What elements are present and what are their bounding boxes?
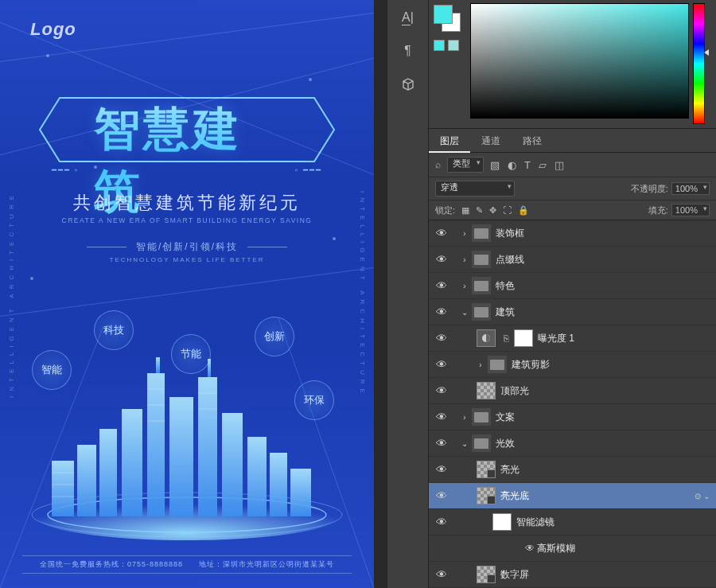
visibility-toggle[interactable]: 👁 bbox=[432, 384, 451, 397]
hue-indicator[interactable] bbox=[704, 49, 709, 56]
fill-input[interactable]: 100% bbox=[671, 204, 710, 216]
layer-row[interactable]: 👁›建筑剪影 bbox=[429, 352, 716, 378]
layer-name[interactable]: 亮光 bbox=[500, 463, 519, 477]
layer-name[interactable]: 装饰框 bbox=[496, 227, 524, 240]
smart-object-thumb[interactable] bbox=[477, 487, 496, 504]
filter-adjust-icon[interactable]: ◐ bbox=[508, 159, 516, 171]
poster-city-artwork bbox=[20, 333, 354, 540]
layer-name[interactable]: 建筑 bbox=[496, 306, 515, 319]
visibility-toggle[interactable]: 👁 bbox=[432, 489, 451, 502]
layer-name[interactable]: 高斯模糊 bbox=[537, 542, 575, 555]
poster-document[interactable]: Logo 智慧建筑 ━━━ ▫▫ ━━━ 共创智慧建筑节能新纪元 CREATE … bbox=[0, 0, 374, 588]
layer-row[interactable]: 👁⌄建筑 bbox=[429, 299, 716, 325]
tab-channels[interactable]: 通道 bbox=[470, 129, 512, 152]
layer-row[interactable]: 👁顶部光 bbox=[429, 378, 716, 404]
layer-row[interactable]: 👁智能滤镜 bbox=[429, 509, 716, 535]
visibility-toggle[interactable]: 👁 bbox=[432, 332, 451, 345]
visibility-toggle[interactable]: 👁 bbox=[432, 411, 451, 423]
opacity-input[interactable]: 100% bbox=[671, 182, 710, 195]
lock-position-icon[interactable]: ✥ bbox=[489, 205, 496, 216]
twisty-icon[interactable]: › bbox=[459, 255, 470, 264]
lock-transparency-icon[interactable]: ▦ bbox=[461, 205, 469, 216]
layer-name[interactable]: 顶部光 bbox=[500, 384, 529, 398]
layer-name[interactable]: 智能滤镜 bbox=[516, 516, 555, 529]
visibility-toggle[interactable]: 👁 bbox=[432, 437, 451, 450]
filter-type-icon[interactable]: T bbox=[524, 159, 531, 171]
layer-tree[interactable]: 👁›装饰框👁›点缀线👁›特色👁⌄建筑👁⎘曝光度 1👁›建筑剪影👁顶部光👁›文案👁… bbox=[429, 220, 716, 588]
visibility-toggle[interactable]: 👁 bbox=[432, 279, 451, 292]
poster-slogan-en: TECHNOLOGY MAKES LIFE BETTER bbox=[0, 256, 374, 263]
layer-row[interactable]: 👁数字屏 bbox=[429, 562, 716, 588]
lock-artboard-icon[interactable]: ⛶ bbox=[503, 205, 512, 216]
visibility-toggle[interactable]: 👁 bbox=[432, 306, 451, 318]
adjustment-thumb[interactable] bbox=[477, 329, 496, 347]
foreground-swatch[interactable] bbox=[434, 5, 453, 24]
layer-name[interactable]: 曝光度 1 bbox=[538, 332, 574, 345]
svg-rect-27 bbox=[290, 469, 311, 516]
filter-type-dropdown[interactable]: 类型 bbox=[447, 157, 484, 173]
visibility-toggle[interactable]: 👁 bbox=[432, 568, 451, 581]
tiny-swatch[interactable] bbox=[434, 40, 445, 51]
svg-point-6 bbox=[46, 54, 49, 57]
fg-bg-swatch[interactable] bbox=[434, 5, 462, 33]
blend-mode-dropdown[interactable]: 穿透 bbox=[435, 181, 515, 197]
color-field[interactable] bbox=[470, 3, 689, 119]
twisty-icon[interactable]: › bbox=[459, 229, 470, 238]
layer-name[interactable]: 光效 bbox=[496, 437, 515, 450]
lock-brush-icon[interactable]: ✎ bbox=[476, 205, 483, 216]
opacity-label: 不透明度: bbox=[631, 183, 668, 195]
layer-row[interactable]: 👁›点缀线 bbox=[429, 247, 716, 273]
tab-paths[interactable]: 路径 bbox=[512, 129, 553, 152]
svg-rect-25 bbox=[247, 437, 267, 516]
fx-badge[interactable]: ⊙ ⌄ bbox=[695, 492, 710, 500]
tiny-swatch[interactable] bbox=[448, 40, 459, 51]
filter-smart-icon[interactable]: ◫ bbox=[555, 159, 564, 171]
layer-row[interactable]: 👁›特色 bbox=[429, 273, 716, 299]
layer-name[interactable]: 文案 bbox=[496, 411, 515, 424]
layer-row[interactable]: 👁⎘曝光度 1 bbox=[429, 325, 716, 352]
visibility-toggle[interactable]: 👁 bbox=[432, 463, 451, 476]
hue-strip[interactable] bbox=[693, 3, 705, 124]
twisty-icon[interactable]: ⌄ bbox=[459, 439, 470, 448]
layer-row[interactable]: 👁高斯模糊 bbox=[429, 535, 716, 562]
layer-row[interactable]: 👁›文案 bbox=[429, 404, 716, 430]
filter-mask-thumb[interactable] bbox=[492, 513, 512, 531]
smart-object-thumb[interactable] bbox=[477, 566, 496, 583]
layer-name[interactable]: 特色 bbox=[496, 279, 515, 293]
layer-name[interactable]: 建筑剪影 bbox=[512, 358, 550, 372]
3d-panel-icon[interactable] bbox=[395, 73, 421, 95]
layer-row[interactable]: 👁亮光底⊙ ⌄ bbox=[429, 483, 716, 509]
layer-name[interactable]: 点缀线 bbox=[496, 253, 524, 267]
lock-label: 锁定: bbox=[435, 204, 455, 216]
twisty-icon[interactable]: › bbox=[475, 360, 486, 369]
twisty-icon[interactable]: › bbox=[459, 413, 470, 422]
layer-row[interactable]: 👁⌄光效 bbox=[429, 430, 716, 457]
link-icon[interactable]: ⎘ bbox=[504, 333, 509, 343]
search-icon[interactable]: ⌕ bbox=[435, 159, 441, 170]
character-panel-icon[interactable]: A| bbox=[395, 6, 421, 29]
lock-all-icon[interactable]: 🔒 bbox=[518, 205, 529, 216]
svg-rect-26 bbox=[270, 453, 287, 516]
twisty-icon[interactable]: › bbox=[459, 282, 470, 290]
filter-visibility-icon[interactable]: 👁 bbox=[523, 543, 537, 554]
twisty-icon[interactable]: ⌄ bbox=[459, 308, 470, 317]
layer-name[interactable]: 数字屏 bbox=[500, 568, 529, 582]
filter-pixel-icon[interactable]: ▧ bbox=[490, 159, 500, 171]
mask-thumb[interactable] bbox=[514, 329, 533, 347]
visibility-toggle[interactable]: 👁 bbox=[432, 516, 451, 528]
svg-rect-19 bbox=[147, 373, 165, 516]
layer-row[interactable]: 👁›装饰框 bbox=[429, 220, 716, 247]
paragraph-panel-icon[interactable]: ¶ bbox=[395, 40, 421, 62]
visibility-toggle[interactable]: 👁 bbox=[432, 253, 451, 266]
layer-name[interactable]: 亮光底 bbox=[500, 489, 529, 503]
tab-layers[interactable]: 图层 bbox=[429, 129, 470, 153]
folder-icon bbox=[472, 251, 491, 268]
visibility-toggle[interactable]: 👁 bbox=[432, 358, 451, 371]
smart-object-thumb[interactable] bbox=[477, 461, 496, 478]
filter-shape-icon[interactable]: ▱ bbox=[539, 159, 547, 171]
poster-logo: Logo bbox=[30, 19, 76, 40]
svg-marker-20 bbox=[156, 357, 160, 373]
layer-row[interactable]: 👁亮光 bbox=[429, 457, 716, 483]
layer-thumb[interactable] bbox=[477, 382, 496, 399]
visibility-toggle[interactable]: 👁 bbox=[432, 227, 451, 239]
